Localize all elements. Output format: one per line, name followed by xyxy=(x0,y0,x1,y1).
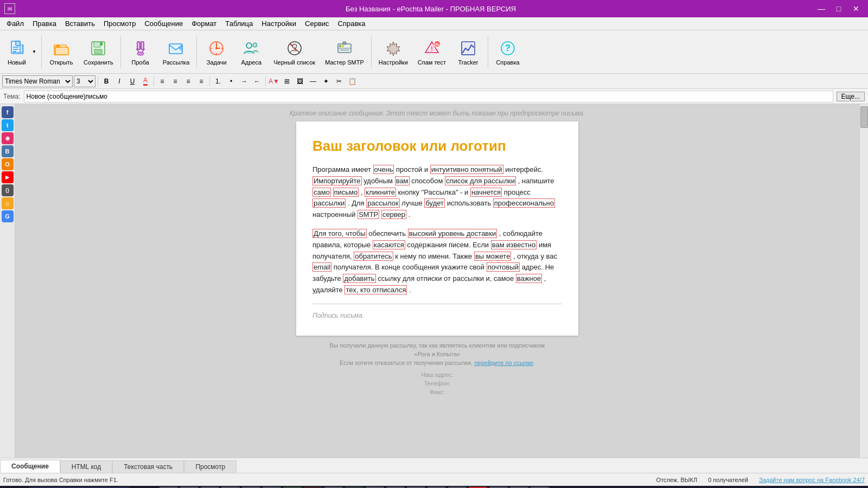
facebook-button[interactable]: f xyxy=(2,106,14,118)
vertical-scrollbar[interactable] xyxy=(859,104,868,458)
indent-button[interactable]: → xyxy=(238,75,250,87)
maximize-button[interactable]: □ xyxy=(831,1,846,16)
align-center-button[interactable]: ≡ xyxy=(169,75,181,87)
spam-button-label: Спам тест xyxy=(418,59,446,66)
tab-text[interactable]: Текстовая часть xyxy=(112,460,184,473)
align-justify-button[interactable]: ≡ xyxy=(195,75,207,87)
tab-message[interactable]: Сообщение xyxy=(0,460,60,473)
toolbar-separator-1 xyxy=(41,36,42,68)
google-button[interactable]: G xyxy=(2,210,14,222)
outdent-button[interactable]: ← xyxy=(251,75,263,87)
statusbar-link[interactable]: Задайте нам вопрос на Facebook 24/7 xyxy=(759,477,865,483)
status-text: Готово. Для вызова Справки нажмите F1. xyxy=(3,477,118,483)
highlight-word-6: само xyxy=(312,188,331,197)
titlebar: ✉ Без Названия - ePochta Mailer - ПРОБНА… xyxy=(0,0,868,17)
font-size-select[interactable]: 1 2 3 4 5 xyxy=(74,75,95,87)
new-button-label: Новый xyxy=(8,59,26,66)
font-color-button[interactable]: A xyxy=(139,75,151,87)
email-footer: Вы получили данную рассылку, так как явл… xyxy=(296,342,578,397)
font-family-select[interactable]: Times New Roman Arial Verdana xyxy=(2,75,73,87)
menu-view[interactable]: Просмотр xyxy=(99,18,140,29)
menu-settings[interactable]: Настройки xyxy=(257,18,301,29)
symbol-button[interactable]: ✦ xyxy=(320,75,332,87)
send-button[interactable]: Рассылка xyxy=(159,34,194,70)
highlight-word-21: вы можете xyxy=(474,252,511,261)
highlight-word-2: интуитивно понятный xyxy=(430,165,503,174)
toolbar: Новый ▼ Открыть Сохранить xyxy=(0,30,868,74)
instagram-button[interactable]: ◉ xyxy=(2,132,14,144)
spam-button[interactable]: ! % Спам тест xyxy=(414,34,450,70)
youtube-button[interactable]: ▶ xyxy=(2,171,14,183)
image-button[interactable]: 🖼 xyxy=(294,75,306,87)
scissors-button[interactable]: ✂ xyxy=(333,75,345,87)
more-button[interactable]: Еще... xyxy=(837,92,865,101)
tasks-button[interactable]: Задачи xyxy=(200,34,233,70)
email-body-para-2: Для того, чтобы обеспечить высокий урове… xyxy=(312,228,562,296)
menu-table[interactable]: Таблица xyxy=(221,18,257,29)
test-button[interactable]: Проба xyxy=(124,34,157,70)
svg-rect-11 xyxy=(100,42,103,46)
tab-html[interactable]: HTML код xyxy=(60,460,112,473)
svg-text:%: % xyxy=(435,42,439,47)
vk-button[interactable]: В xyxy=(2,145,14,157)
italic-button[interactable]: I xyxy=(113,75,125,87)
highlight-word-7: письмо xyxy=(333,188,359,197)
blacklist-button[interactable]: Черный список xyxy=(270,34,319,70)
unsubscribe-link[interactable]: перейдите по ссылке xyxy=(474,359,533,366)
subjectbar: Тема: Еще... xyxy=(0,89,868,104)
close-button[interactable]: ✕ xyxy=(848,1,864,16)
new-button[interactable]: Новый xyxy=(3,34,30,70)
format-separator-4 xyxy=(265,76,266,86)
menu-message[interactable]: Сообщение xyxy=(140,18,187,29)
formatbar: Times New Roman Arial Verdana 1 2 3 4 5 … xyxy=(0,74,868,89)
tab-preview[interactable]: Просмотр xyxy=(184,460,237,473)
scrollbar-thumb[interactable] xyxy=(860,106,868,128)
test-button-label: Проба xyxy=(132,59,149,66)
table-button[interactable]: ⊞ xyxy=(281,75,293,87)
smtp-button[interactable]: Мастер SMTP xyxy=(321,34,368,70)
highlight-button[interactable]: A▼ xyxy=(268,75,280,87)
menu-insert[interactable]: Вставить xyxy=(61,18,99,29)
svg-text:!: ! xyxy=(431,46,433,52)
toolbar-separator-3 xyxy=(196,36,197,68)
menu-format[interactable]: Формат xyxy=(187,18,221,29)
bold-button[interactable]: B xyxy=(100,75,112,87)
new-dropdown[interactable]: ▼ xyxy=(30,34,38,70)
tasks-icon xyxy=(207,38,226,58)
emoji-button[interactable]: ☺ xyxy=(2,197,14,209)
minimize-button[interactable]: — xyxy=(814,1,829,16)
settings-button[interactable]: Настройки xyxy=(375,34,412,70)
underline-button[interactable]: U xyxy=(126,75,138,87)
save-button[interactable]: Сохранить xyxy=(80,34,117,70)
open-button[interactable]: Открыть xyxy=(45,34,78,70)
code-button[interactable]: {} xyxy=(2,184,14,196)
highlight-word-13: профессионально xyxy=(493,198,555,208)
subject-label: Тема: xyxy=(3,93,21,100)
highlight-word-1: очень xyxy=(373,165,394,174)
ok-button[interactable]: О xyxy=(2,158,14,170)
email-card: Ваш заголовок или логотип Программа имее… xyxy=(296,121,578,336)
tracker-button-label: Tracker xyxy=(458,59,478,66)
tasks-button-label: Задачи xyxy=(207,59,227,66)
menu-edit[interactable]: Правка xyxy=(28,18,61,29)
menu-file[interactable]: Файл xyxy=(2,18,28,29)
ordered-list-button[interactable]: 1. xyxy=(212,75,224,87)
unordered-list-button[interactable]: • xyxy=(225,75,237,87)
align-right-button[interactable]: ≡ xyxy=(182,75,194,87)
test-icon xyxy=(131,38,150,58)
highlight-word-20: обратитесь xyxy=(354,252,393,261)
menu-help[interactable]: Справка xyxy=(334,18,370,29)
paste-button[interactable]: 📋 xyxy=(346,75,358,87)
highlight-word-24: добавить xyxy=(343,274,375,283)
twitter-button[interactable]: t xyxy=(2,119,14,131)
menu-service[interactable]: Сервис xyxy=(301,18,334,29)
hrule-button[interactable]: — xyxy=(307,75,319,87)
tracker-button[interactable]: Tracker xyxy=(452,34,484,70)
addr-button[interactable]: Адреса xyxy=(235,34,267,70)
help-button[interactable]: ? Справка xyxy=(492,34,524,70)
email-body-para-1: Программа имеет очень простой и интуитив… xyxy=(312,164,562,221)
statusbar-right: Отслеж. ВЫКЛ 0 получателей Задайте нам в… xyxy=(656,477,865,483)
smtp-icon xyxy=(335,38,354,58)
align-left-button[interactable]: ≡ xyxy=(156,75,168,87)
subject-input[interactable] xyxy=(24,91,833,102)
